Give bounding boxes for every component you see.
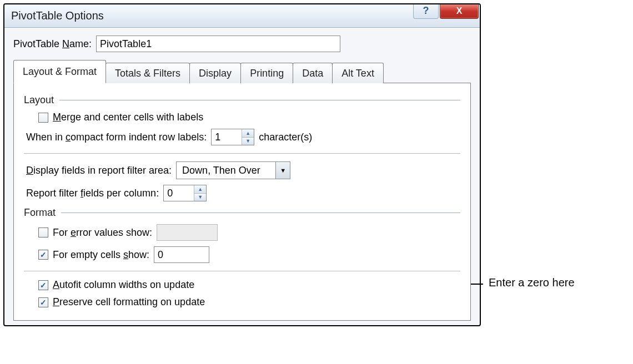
callout-text: Enter a zero here bbox=[489, 276, 575, 289]
pivottable-options-dialog: PivotTable Options ? X PivotTable Name: … bbox=[3, 3, 481, 326]
dropdown-arrow-icon[interactable]: ▼ bbox=[275, 162, 290, 179]
tab-display[interactable]: Display bbox=[189, 63, 241, 83]
indent-suffix: character(s) bbox=[259, 132, 312, 143]
display-fields-dropdown[interactable]: Down, Then Over ▼ bbox=[176, 161, 290, 179]
indent-spinner[interactable]: ▲ ▼ bbox=[211, 129, 254, 145]
display-fields-value: Down, Then Over bbox=[177, 162, 275, 179]
fields-per-column-input[interactable] bbox=[164, 185, 194, 201]
format-group-header: Format bbox=[24, 207, 460, 219]
empty-cells-checkbox[interactable] bbox=[38, 250, 48, 260]
indent-spinner-input[interactable] bbox=[212, 129, 242, 145]
tab-printing[interactable]: Printing bbox=[240, 63, 293, 83]
display-fields-label: Display fields in report filter area: bbox=[26, 165, 172, 176]
display-fields-row: Display fields in report filter area: Do… bbox=[26, 161, 460, 179]
titlebar[interactable]: PivotTable Options ? X bbox=[4, 4, 480, 28]
merge-center-label: Merge and center cells with labels bbox=[53, 112, 203, 123]
pivottable-name-row: PivotTable Name: bbox=[13, 36, 471, 52]
help-button[interactable]: ? bbox=[413, 3, 439, 19]
empty-cells-input[interactable] bbox=[154, 246, 209, 263]
pivottable-name-label: PivotTable Name: bbox=[13, 38, 92, 50]
error-values-input bbox=[157, 224, 218, 241]
spinner-up-icon[interactable]: ▲ bbox=[242, 129, 254, 138]
pivottable-name-input[interactable] bbox=[96, 36, 340, 52]
tab-panel-layout-format: Layout Merge and center cells with label… bbox=[13, 83, 471, 321]
tab-alt-text[interactable]: Alt Text bbox=[332, 63, 384, 83]
tab-data[interactable]: Data bbox=[293, 63, 333, 83]
empty-cells-label: For empty cells show: bbox=[53, 249, 149, 261]
layout-divider bbox=[24, 153, 460, 154]
layout-group-header: Layout bbox=[24, 94, 460, 106]
merge-center-checkbox[interactable] bbox=[38, 113, 48, 123]
preserve-label: Preserve cell formatting on update bbox=[53, 296, 205, 308]
spinner-down-icon[interactable]: ▼ bbox=[194, 194, 206, 201]
merge-center-row: Merge and center cells with labels bbox=[38, 112, 460, 123]
help-icon: ? bbox=[423, 5, 429, 17]
close-icon: X bbox=[456, 6, 463, 16]
fields-per-column-spinner[interactable]: ▲ ▼ bbox=[163, 185, 207, 201]
indent-row: When in compact form indent row labels: … bbox=[26, 129, 460, 145]
tab-layout-format[interactable]: Layout & Format bbox=[13, 60, 106, 83]
close-button[interactable]: X bbox=[440, 3, 479, 19]
dialog-title: PivotTable Options bbox=[11, 9, 104, 22]
preserve-checkbox[interactable] bbox=[38, 297, 48, 307]
error-values-row: For error values show: bbox=[38, 224, 460, 241]
fields-per-column-row: Report filter fields per column: ▲ ▼ bbox=[26, 185, 460, 201]
autofit-row: Autofit column widths on update bbox=[38, 279, 460, 291]
error-values-label: For error values show: bbox=[53, 227, 152, 239]
autofit-label: Autofit column widths on update bbox=[53, 279, 194, 291]
empty-cells-row: For empty cells show: bbox=[38, 246, 460, 263]
error-values-checkbox[interactable] bbox=[38, 228, 48, 237]
autofit-checkbox[interactable] bbox=[38, 280, 48, 290]
format-divider bbox=[24, 271, 460, 271]
indent-label: When in compact form indent row labels: bbox=[26, 132, 207, 143]
spinner-up-icon[interactable]: ▲ bbox=[194, 185, 206, 194]
tab-totals-filters[interactable]: Totals & Filters bbox=[105, 63, 190, 83]
tab-bar: Layout & Format Totals & Filters Display… bbox=[13, 60, 471, 83]
spinner-down-icon[interactable]: ▼ bbox=[242, 138, 254, 145]
dialog-body: PivotTable Name: Layout & Format Totals … bbox=[4, 28, 480, 325]
preserve-row: Preserve cell formatting on update bbox=[38, 296, 460, 308]
fields-per-column-label: Report filter fields per column: bbox=[26, 188, 159, 199]
